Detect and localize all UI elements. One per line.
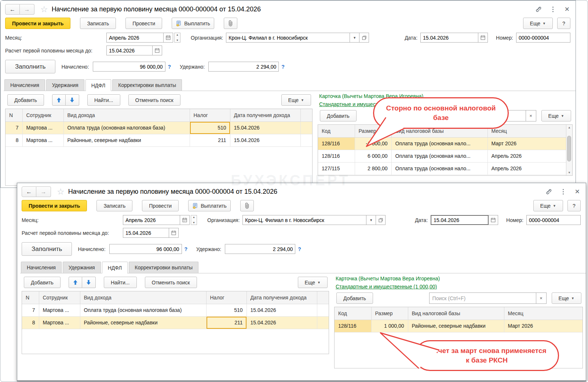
move-down-button[interactable] <box>66 94 79 106</box>
withheld-help-icon[interactable]: ? <box>281 64 285 70</box>
cell-code[interactable]: 127/115 <box>318 162 355 175</box>
cell-n[interactable]: 8 <box>22 316 39 329</box>
col-income-type[interactable]: Вид дохода <box>63 109 190 121</box>
save-button[interactable]: Записать <box>80 18 116 29</box>
cell-code[interactable]: 128/116 <box>318 150 355 162</box>
org-input[interactable]: Крон-Ц. Филиал в г. Новосибирск <box>242 215 366 225</box>
scroll-up-icon[interactable]: ▲ <box>566 126 572 129</box>
withheld-input[interactable]: 2 294,00 <box>208 62 279 72</box>
month-stepper[interactable]: ▲▼ <box>191 215 197 225</box>
date-calendar-button[interactable] <box>489 215 498 225</box>
calc-calendar-button[interactable] <box>153 46 162 55</box>
date-calendar-button[interactable] <box>478 33 488 43</box>
month-calendar-button[interactable] <box>164 33 173 43</box>
table-row[interactable]: 128/116-1 000,00Оплата труда (основная н… <box>318 137 566 150</box>
post-button[interactable]: Провести <box>142 200 179 211</box>
cell-n[interactable]: 8 <box>6 134 22 146</box>
kebab-menu-icon[interactable] <box>550 6 556 13</box>
table-row[interactable]: 128/1161 000,00Районные, северные надбав… <box>335 320 582 332</box>
find-button[interactable]: Найти... <box>87 94 120 106</box>
cell-income_type[interactable]: Районные, северные надбавки <box>80 316 206 329</box>
cell-code[interactable]: 128/116 <box>318 137 355 150</box>
org-dropdown-button[interactable]: ▼ <box>350 33 359 43</box>
move-up-button[interactable] <box>52 94 66 106</box>
tab-accruals[interactable]: Начисления <box>4 79 45 91</box>
kebab-menu-icon[interactable] <box>560 188 566 195</box>
col-employee[interactable]: Сотрудник <box>39 291 80 304</box>
col-income-type[interactable]: Вид дохода <box>80 291 206 304</box>
col-date[interactable]: Дата получения дохода <box>230 109 300 121</box>
accrued-help-icon[interactable]: ? <box>185 246 188 252</box>
tab-ndfl[interactable]: НДФЛ <box>102 262 128 273</box>
cell-month[interactable]: Март 2026 <box>504 320 582 332</box>
table-row[interactable]: 8Мартова ...Районные, северные надбавки2… <box>6 134 312 146</box>
org-open-button[interactable] <box>376 215 386 225</box>
help-button[interactable]: ? <box>557 18 570 29</box>
tab-payment-adjustments[interactable]: Корректировки выплаты <box>129 262 198 273</box>
help-button[interactable]: ? <box>567 200 581 211</box>
tab-ndfl[interactable]: НДФЛ <box>85 79 112 91</box>
scroll-down-icon[interactable]: ▼ <box>566 171 572 174</box>
fill-button[interactable]: Заполнить <box>22 242 72 256</box>
save-button[interactable]: Записать <box>96 200 132 211</box>
close-icon[interactable]: ✕ <box>575 189 580 195</box>
cell-extra[interactable] <box>317 304 329 316</box>
cancel-search-button[interactable]: Отменить поиск <box>128 94 180 106</box>
cell-n[interactable]: 7 <box>22 304 39 316</box>
accrued-input[interactable]: 96 000,00 <box>93 62 165 72</box>
tab-deductions[interactable]: Удержания <box>46 79 84 91</box>
cell-month[interactable]: Апрель 2026 <box>487 150 566 162</box>
vertical-scrollbar[interactable]: ▲ ▼ <box>566 125 572 175</box>
calc-calendar-button[interactable] <box>169 228 179 238</box>
cell-income_type[interactable]: Оплата труда (основная налоговая база) <box>63 121 190 134</box>
back-button[interactable]: ← <box>22 186 36 197</box>
table-row[interactable]: 7Мартова ...Оплата труда (основная налог… <box>22 304 329 316</box>
favorite-star-icon[interactable]: ☆ <box>40 5 48 14</box>
withheld-input[interactable]: 2 294,00 <box>225 244 295 254</box>
more-grid-button[interactable]: Еще▼ <box>298 277 328 288</box>
cancel-search-button[interactable]: Отменить поиск <box>145 277 197 288</box>
table-row[interactable]: 8Мартова ...Районные, северные надбавки2… <box>22 316 329 329</box>
cell-employee[interactable]: Мартова ... <box>39 304 80 316</box>
cell-date[interactable]: 15.04.2026 <box>230 121 300 134</box>
calc-until-input[interactable]: 15.04.2026 <box>106 46 153 55</box>
pay-button[interactable]: Выплатить <box>172 18 214 29</box>
link-icon[interactable] <box>534 6 541 13</box>
post-and-close-button[interactable]: Провести и закрыть <box>22 200 87 211</box>
col-code[interactable]: Код <box>318 125 355 137</box>
number-input[interactable]: 0000-000004 <box>516 33 570 43</box>
col-code[interactable]: Код <box>335 307 371 320</box>
attachment-button[interactable] <box>224 18 237 29</box>
add-button[interactable]: Добавить <box>24 277 61 288</box>
more-deduction-button[interactable]: Еще▼ <box>552 292 581 304</box>
col-n[interactable]: N <box>6 109 22 121</box>
more-button[interactable]: Еще▼ <box>533 200 563 211</box>
add-button[interactable]: Добавить <box>7 94 44 106</box>
cell-date[interactable]: 15.04.2026 <box>246 304 317 316</box>
col-date[interactable]: Дата получения дохода <box>246 291 317 304</box>
post-button[interactable]: Провести <box>125 18 162 29</box>
more-deduction-button[interactable]: Еще▼ <box>541 110 571 121</box>
favorite-star-icon[interactable]: ☆ <box>57 188 65 196</box>
cell-income_type[interactable]: Оплата труда (основная налоговая база) <box>80 304 206 316</box>
col-n[interactable]: N <box>22 291 39 304</box>
scrollbar-thumb[interactable] <box>567 136 571 161</box>
move-up-button[interactable] <box>69 277 82 288</box>
month-calendar-button[interactable] <box>180 215 190 225</box>
move-down-button[interactable] <box>82 277 96 288</box>
number-input[interactable]: 0000-000004 <box>526 215 581 225</box>
month-input[interactable]: Апрель 2026 <box>123 215 180 225</box>
cell-tax[interactable]: 510 <box>206 304 246 316</box>
cell-employee[interactable]: Мартова ... <box>22 121 63 134</box>
cell-base[interactable]: Районные, северные надбавки <box>408 320 504 332</box>
col-extra[interactable] <box>317 291 329 304</box>
cell-tax[interactable]: 211 <box>206 316 246 329</box>
add-deduction-button[interactable]: Добавить <box>320 110 357 121</box>
forward-button[interactable]: → <box>36 186 51 197</box>
cell-month[interactable]: Март 2026 <box>487 137 566 150</box>
cell-base[interactable]: Оплата труда (основная нало... <box>391 162 487 175</box>
cell-tax[interactable]: 211 <box>190 134 230 146</box>
calc-until-input[interactable]: 15.04.2026 <box>123 228 169 238</box>
post-and-close-button[interactable]: Провести и закрыть <box>5 18 70 29</box>
accrued-help-icon[interactable]: ? <box>168 64 171 70</box>
